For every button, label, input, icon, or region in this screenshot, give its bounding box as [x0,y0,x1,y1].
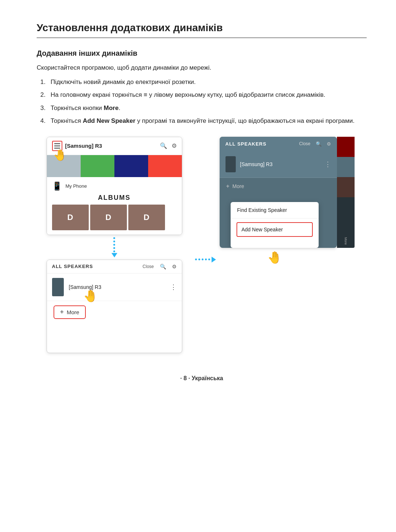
search-icon-3[interactable]: 🔍 [316,141,322,147]
side-remaining [337,197,355,241]
hand-on-add-speaker-icon: 🤚 [267,250,282,264]
side-brown [337,177,355,197]
step-num-1: 1. [40,77,48,87]
albums-label: ALBUMS [52,194,177,202]
phone-my-phone-label: My Phone [66,183,87,189]
section-title: Додавання інших динаміків [37,49,367,58]
arrow-right-dotted [195,257,216,263]
dot-v-4 [113,247,115,249]
bottom-speaker-row: [Samsung] R3 ⋮ [47,274,182,301]
album-thumb-3: D [128,205,165,230]
hamburger-line-2 [54,146,60,146]
dot-v-5 [113,250,115,252]
bottom-all-speakers-panel: ALL SPEAKERS Close 🔍 ⚙ [Samsung] R3 ⋮ + [47,260,182,353]
step-text-4: Торкніться Add New Speaker у програмі та… [51,116,367,126]
step-num-4: 4. [40,116,48,126]
right-speaker-name: [Samsung] R3 [240,161,324,167]
right-plus-icon: + [226,183,230,190]
album-thumbs: D D D [52,205,177,230]
right-more-label: More [232,183,244,189]
top-phone-screen: [Samsung] R3 🔍 ⚙ 📱 [47,137,182,235]
gear-icon-2[interactable]: ⚙ [172,264,177,269]
dot-h-2 [198,258,200,260]
phone-app-title: [Samsung] R3 [65,143,102,149]
more-label: More [67,309,79,315]
right-diagram-area: ALL SPEAKERS Close 🔍 ⚙ [Samsung] R3 ⋮ + … [220,137,366,248]
banner-red [148,155,182,177]
more-row-bordered[interactable]: + More [54,305,86,319]
search-icon-2[interactable]: 🔍 [160,264,166,269]
side-gray [337,157,355,177]
phone-content: 📱 My Phone ALBUMS D D D [47,177,182,235]
bottom-panel-title: ALL SPEAKERS [52,264,93,269]
step-4: 4. Торкніться Add New Speaker у програмі… [37,116,367,126]
right-outer: ALL SPEAKERS Close 🔍 ⚙ [Samsung] R3 ⋮ + … [220,137,337,248]
page-title: Установлення додаткових динаміків [37,22,367,38]
dot-v-2 [113,241,115,242]
side-more-label: More [342,236,349,253]
bottom-panel-header: ALL SPEAKERS Close 🔍 ⚙ [47,260,182,274]
right-panel-title: ALL SPEAKERS [225,141,267,147]
spacer [47,323,182,353]
popup-spacer [231,241,319,248]
hamburger-line-1 [54,143,60,144]
right-panel-close[interactable]: Close [299,141,311,146]
hand-on-more-icon: 🤚 [83,289,98,303]
banner-navy [114,155,148,177]
step-num-3: 3. [40,103,48,113]
banner-row [47,155,182,177]
phone-device-row: 📱 My Phone [52,181,177,191]
gear-icon[interactable]: ⚙ [172,142,177,149]
footer: · 8 · Українська [37,375,367,382]
step-3: 3. Торкніться кнопки More. [37,103,367,113]
find-existing-item[interactable]: Find Existing Speaker [231,202,319,219]
arrow-head-down [111,253,117,257]
diagrams-container: [Samsung] R3 🔍 ⚙ 📱 [37,137,367,353]
banner-green [81,155,114,177]
three-dots-icon[interactable]: ⋮ [170,283,177,291]
hand-on-hamburger-icon: 🤚 [53,148,67,161]
arrow-down-dotted [111,237,117,257]
dot-h-1 [195,258,197,260]
step-text-1: Підключіть новий динамік до електричної … [51,77,367,87]
right-all-speakers-panel: ALL SPEAKERS Close 🔍 ⚙ [Samsung] R3 ⋮ + … [220,137,337,248]
dot-v-3 [113,244,115,246]
album-thumb-1: D [52,205,89,230]
left-diagram-area: [Samsung] R3 🔍 ⚙ 📱 [37,137,191,353]
intro-text: Скористайтеся програмою, щоб додати дина… [37,63,367,73]
gear-icon-3[interactable]: ⚙ [327,141,331,147]
right-panel-header: ALL SPEAKERS Close 🔍 ⚙ [220,137,337,151]
dot-line-vertical [113,237,115,252]
steps-list: 1. Підключіть новий динамік до електричн… [37,77,367,126]
dot-h-3 [202,258,203,260]
dot-v-1 [113,237,115,239]
step-text-3: Торкніться кнопки More. [51,103,367,113]
phone-header-right: 🔍 ⚙ [160,142,177,149]
side-dark-red [337,137,355,157]
step-1: 1. Підключіть новий динамік до електричн… [37,77,367,87]
dot-h-4 [205,258,207,260]
dark-side-panel: More [337,137,355,248]
right-three-dots-icon[interactable]: ⋮ [324,160,331,168]
add-new-item[interactable]: Add New Speaker [236,222,313,237]
arrow-head-right [212,257,216,263]
bottom-panel-close[interactable]: Close [143,264,154,269]
phone-header: [Samsung] R3 🔍 ⚙ [47,137,182,155]
right-speaker-row: [Samsung] R3 ⋮ [220,151,337,178]
speaker-icon [52,278,64,296]
step-num-2: 2. [40,90,48,100]
search-icon[interactable]: 🔍 [160,142,167,149]
add-new-item-wrapper: Add New Speaker [231,219,319,241]
right-speaker-icon [225,156,236,172]
dot-h-5 [208,258,210,260]
popup-menu: Find Existing Speaker Add New Speaker [231,202,319,248]
device-icon: 📱 [52,181,62,191]
more-row[interactable]: + More [47,301,182,323]
step-text-2: На головному екрані торкніться ≡ у лівом… [51,90,367,100]
bottom-left-area: ALL SPEAKERS Close 🔍 ⚙ [Samsung] R3 ⋮ + [47,260,182,353]
right-more-row[interactable]: + More [220,178,337,195]
step-2: 2. На головному екрані торкніться ≡ у лі… [37,90,367,100]
plus-icon: + [60,308,64,316]
album-thumb-2: D [90,205,127,230]
top-phone-area: [Samsung] R3 🔍 ⚙ 📱 [47,137,182,235]
